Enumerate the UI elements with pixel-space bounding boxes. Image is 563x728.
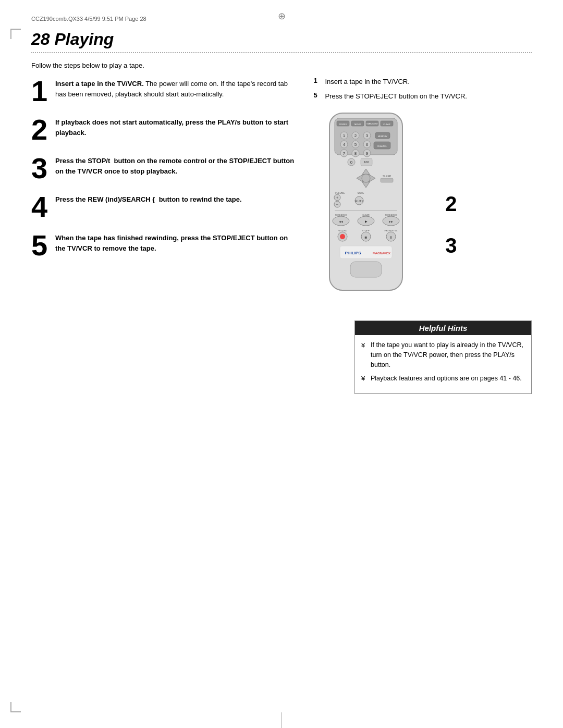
step-5-content: When the tape has finished rewinding, pr… [55,231,298,253]
remote-svg-wrapper: POWER MENU STATUS/EXIT CLEAR 1 2 [314,110,434,305]
remote-label-3: 3 [445,234,457,257]
svg-text:4: 4 [342,142,345,147]
right-step-5-number: 5 [314,91,321,99]
step-2-content: If playback does not start automatically… [55,115,298,138]
svg-text:8: 8 [354,151,357,156]
svg-point-65 [340,234,345,239]
svg-text:RESEARCH: RESEARCH [385,214,396,216]
svg-text:MENU: MENU [354,123,361,126]
helpful-hints-box: Helpful Hints ¥ If the tape you want to … [354,320,532,394]
svg-rect-42 [381,178,393,182]
svg-text:POWER: POWER [339,123,347,126]
dotted-separator [31,52,532,53]
remote-control-area: POWER MENU STATUS/EXIT CLEAR 1 2 [314,110,434,305]
step-3-content: Press the STOP/t button on the remote co… [55,154,298,176]
right-step-5-text: Press the STOP/EJECT button on the TV/VC… [325,91,467,102]
right-step-1-number: 1 [314,77,321,84]
svg-text:STATUS/EXIT: STATUS/EXIT [366,123,378,125]
svg-text:■: ■ [364,235,367,240]
step-2-number: 2 [31,115,50,144]
svg-text:▶▶: ▶▶ [389,220,393,223]
svg-text:CLEAR: CLEAR [383,123,390,126]
right-column: 1 Insert a tape in the TV/VCR. 5 Press t… [314,77,532,305]
right-step-5: 5 Press the STOP/EJECT button on the TV/… [314,91,467,102]
follow-steps-text: Follow the steps below to play a tape. [31,61,532,69]
hint-bullet-2: ¥ [361,374,369,384]
svg-text:VOLUME: VOLUME [335,192,345,194]
svg-text:2: 2 [354,133,357,138]
svg-text:⏸: ⏸ [389,236,393,239]
print-header: CCZ190comb.QX33 4/5/99 9:51 PM Page 28 ⊕ [31,16,532,24]
remote-side-labels: 2 3 [445,192,457,257]
step-1-block: 1 Insert a tape in the TV/VCR. The power… [31,77,298,106]
step-4-block: 4 Press the REW (ind)/SEARCH { button to… [31,192,298,221]
hint-text-2: Playback features and options are on pag… [371,374,522,384]
hint-bullet-1: ¥ [361,340,369,351]
bottom-section: Helpful Hints ¥ If the tape you want to … [31,320,532,394]
corner-mark-bl2 [10,702,21,712]
svg-text:MUTE: MUTE [357,192,364,194]
two-column-layout: 1 Insert a tape in the TV/VCR. The power… [31,77,532,305]
step-1-bold: Insert a tape in the TV/VCR. [55,80,144,88]
svg-text:MEMORY: MEMORY [378,135,387,138]
page-outer: CCZ190comb.QX33 4/5/99 9:51 PM Page 28 ⊕… [0,0,563,728]
svg-text:−: − [336,202,338,207]
svg-text:RECORD: RECORD [338,229,347,232]
step-4-bold: Press the REW (ind)/SEARCH { button to r… [55,195,242,203]
svg-text:MUTE: MUTE [354,200,363,203]
svg-text:9: 9 [365,151,368,156]
svg-text:0: 0 [350,160,352,165]
crosshair-icon: ⊕ [278,10,286,22]
svg-text:100: 100 [363,161,369,164]
remote-label-2: 2 [445,192,457,216]
helpful-hints-body: ¥ If the tape you want to play is alread… [355,335,531,393]
step-2-block: 2 If playback does not start automatical… [31,115,298,144]
step-3-bold: Press the STOP/t button on the remote co… [55,157,294,175]
svg-text:SLEEP: SLEEP [382,175,391,178]
svg-text:▶: ▶ [364,220,367,223]
hint-item-1: ¥ If the tape you want to play is alread… [361,340,525,369]
svg-text:1: 1 [342,133,345,138]
page-title: 28 Playing [31,30,532,49]
svg-text:STOP▼: STOP▼ [362,229,370,232]
hint-item-2: ¥ Playback features and options are on p… [361,374,525,384]
svg-text:◀◀: ◀◀ [339,220,343,223]
right-step-1: 1 Insert a tape in the TV/VCR. [314,77,410,87]
svg-text:7: 7 [342,151,345,156]
center-line-bottom [282,712,282,728]
helpful-hints-header: Helpful Hints [355,321,531,335]
svg-point-40 [362,174,370,182]
step-1-number: 1 [31,77,50,106]
remote-control-image: POWER MENU STATUS/EXIT CLEAR 1 2 [314,110,418,303]
step-3-block: 3 Press the STOP/t button on the remote … [31,154,298,183]
step-5-block: 5 When the tape has finished rewinding, … [31,231,298,260]
svg-text:5: 5 [354,142,357,147]
step-4-content: Press the REW (ind)/SEARCH { button to r… [55,192,298,205]
step-2-bold: If playback does not start automatically… [55,118,288,137]
step-4-number: 4 [31,192,50,221]
print-info: CCZ190comb.QX33 4/5/99 9:51 PM Page 28 [31,16,146,22]
svg-text:CHANNEL: CHANNEL [377,145,387,147]
svg-rect-73 [350,262,382,277]
right-step-1-text: Insert a tape in the TV/VCR. [325,77,410,87]
step-5-number: 5 [31,231,50,260]
step-5-bold: When the tape has finished rewinding, pr… [55,234,288,252]
step-1-content: Insert a tape in the TV/VCR. The power w… [55,77,298,99]
svg-text:PHILIPS: PHILIPS [345,251,361,255]
svg-text:CLEAR: CLEAR [362,214,369,216]
svg-text:RESEARCH: RESEARCH [335,214,346,216]
svg-text:6: 6 [365,142,368,147]
svg-text:3: 3 [365,133,368,138]
step-3-number: 3 [31,154,50,183]
left-column: 1 Insert a tape in the TV/VCR. The power… [31,77,298,305]
hint-text-1: If the tape you want to play is already … [371,340,525,369]
svg-text:PAUSE/STILL: PAUSE/STILL [384,229,398,232]
corner-mark-tl [10,29,21,39]
svg-text:MAGNAVOX: MAGNAVOX [372,252,390,255]
svg-text:+: + [336,195,338,200]
